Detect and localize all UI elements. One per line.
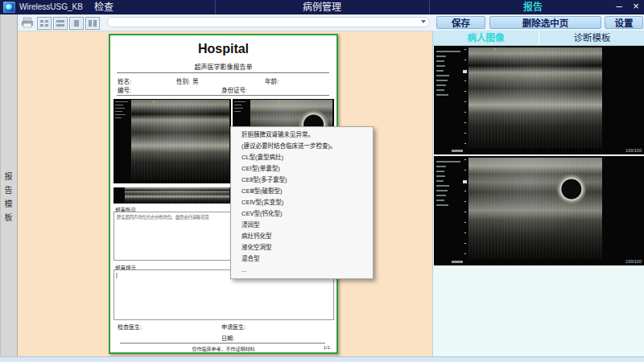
age-label: 年龄: xyxy=(265,76,279,85)
record-no-label: 编号: xyxy=(118,85,131,94)
menu-item[interactable]: 浸润型 xyxy=(231,220,373,231)
bottom-status-strip xyxy=(0,356,644,362)
focus-marker xyxy=(463,70,467,73)
tab-case-management[interactable]: 病例管理 xyxy=(288,1,356,14)
title-bar: WirelessUSG_KB 检查 病例管理 报告 – × xyxy=(0,0,644,14)
minimize-button[interactable]: – xyxy=(612,0,626,14)
right-panel: 病人图像 诊断模板 + 100/100 100/100 xyxy=(432,31,644,356)
cursor-marker-icon: + xyxy=(493,47,497,52)
text-cursor: | xyxy=(116,272,118,278)
image-parameters-text xyxy=(434,47,460,96)
ultrasound-scan-area xyxy=(125,187,229,204)
menu-item[interactable]: ... xyxy=(231,265,373,276)
app-logo-icon xyxy=(3,2,15,13)
delete-selected-page-button[interactable]: 删除选中页 xyxy=(489,16,601,29)
tab-diagnosis-template[interactable]: 诊断模板 xyxy=(539,31,644,45)
tab-examination[interactable]: 检查 xyxy=(83,1,125,14)
menu-item[interactable]: CEⅠ型(单囊型) xyxy=(231,163,373,175)
ultrasound-scan-area xyxy=(131,100,229,180)
titlebar-divider xyxy=(429,0,430,14)
titlebar-divider xyxy=(215,0,216,14)
divider xyxy=(117,95,329,96)
diagnosis-template-context-menu: 肝胆胰脾双肾输未见异常。 (建议必要时结合临床进一步检查)。 CL型(囊型病灶)… xyxy=(230,126,374,279)
layout-single-image-icon[interactable] xyxy=(69,17,84,30)
report-template-panel-tab[interactable]: 报告模板 xyxy=(0,14,18,356)
report-footer-note: 仅作临床参考，不作证明材料 xyxy=(110,345,336,352)
tab-report[interactable]: 报告 xyxy=(509,1,557,14)
menu-item[interactable]: 混合型 xyxy=(231,253,373,265)
page-indicator: 1/1 xyxy=(324,345,330,350)
frame-counter: 100/100 xyxy=(625,148,642,153)
report-image-thumbnail-3[interactable] xyxy=(114,187,231,204)
name-label: 姓名: xyxy=(118,76,131,85)
image-parameters-text xyxy=(434,158,460,206)
chevron-down-icon xyxy=(421,20,426,23)
print-icon[interactable] xyxy=(21,17,34,28)
report-template-panel-label: 报告模板 xyxy=(4,172,14,227)
cursor-marker-icon: + xyxy=(152,100,156,105)
report-image-thumbnail-1[interactable]: + xyxy=(114,99,231,183)
app-title: WirelessUSG_KB xyxy=(19,2,83,11)
sex-value: 男 xyxy=(192,76,199,85)
findings-text: 肝实质回声均匀光点分布均匀，血管走行清晰可见 xyxy=(117,214,208,220)
depth-ruler xyxy=(464,49,466,146)
divider xyxy=(117,72,329,73)
menu-item[interactable]: CL型(囊型病灶) xyxy=(231,152,373,163)
report-subtitle: 超声医学影像报告单 xyxy=(110,62,336,71)
menu-item[interactable]: CEⅡ型(多子囊型) xyxy=(231,175,373,186)
depth-ruler xyxy=(464,159,466,257)
close-button[interactable]: × xyxy=(629,0,643,14)
template-selector[interactable] xyxy=(107,17,430,27)
cursor-marker-icon: + xyxy=(278,100,282,105)
exam-doctor-label: 检查医生: xyxy=(118,323,142,331)
focus-marker xyxy=(463,180,467,183)
menu-item[interactable]: CEⅣ型(实变型) xyxy=(231,197,373,208)
menu-item[interactable]: 肝胆胰脾双肾输未见异常。 xyxy=(231,130,373,141)
ultrasound-scan-area xyxy=(469,158,602,259)
sex-label: 性别: xyxy=(176,76,190,85)
menu-item[interactable]: (建议必要时结合临床进一步检查)。 xyxy=(231,141,373,152)
patient-image-2[interactable]: 100/100 xyxy=(434,156,644,265)
divider xyxy=(120,343,325,343)
idcard-label: 身份证号: xyxy=(221,85,247,94)
date-label: 日期: xyxy=(221,334,234,342)
frame-counter: 100/100 xyxy=(625,259,642,264)
hospital-title: Hospital xyxy=(110,42,336,56)
save-button[interactable]: 保存 xyxy=(436,16,485,29)
patient-image-1[interactable]: + 100/100 xyxy=(434,46,644,154)
menu-item[interactable]: CEⅢ型(破裂型) xyxy=(231,186,373,197)
app-window: WirelessUSG_KB 检查 病例管理 报告 – × 保存 xyxy=(0,0,644,362)
image-bottom-label xyxy=(452,261,463,263)
image-bottom-label xyxy=(452,150,463,152)
right-panel-tabbar: 病人图像 诊断模板 xyxy=(433,31,644,46)
layout-two-columns-icon[interactable] xyxy=(85,17,100,30)
menu-item[interactable]: 病灶钙化型 xyxy=(231,231,373,242)
ultrasound-scan-area xyxy=(469,47,602,148)
settings-button[interactable]: 设置 xyxy=(605,16,643,29)
tab-patient-images[interactable]: 病人图像 xyxy=(433,31,539,45)
menu-item[interactable]: 液化空洞型 xyxy=(231,242,373,253)
layout-four-images-icon[interactable] xyxy=(37,17,52,30)
layout-two-rows-icon[interactable] xyxy=(53,17,68,30)
apply-doctor-label: 申请医生: xyxy=(221,323,246,331)
menu-item[interactable]: CEⅤ型(钙化型) xyxy=(231,208,373,220)
report-toolbar: 保存 删除选中页 设置 xyxy=(16,14,644,31)
